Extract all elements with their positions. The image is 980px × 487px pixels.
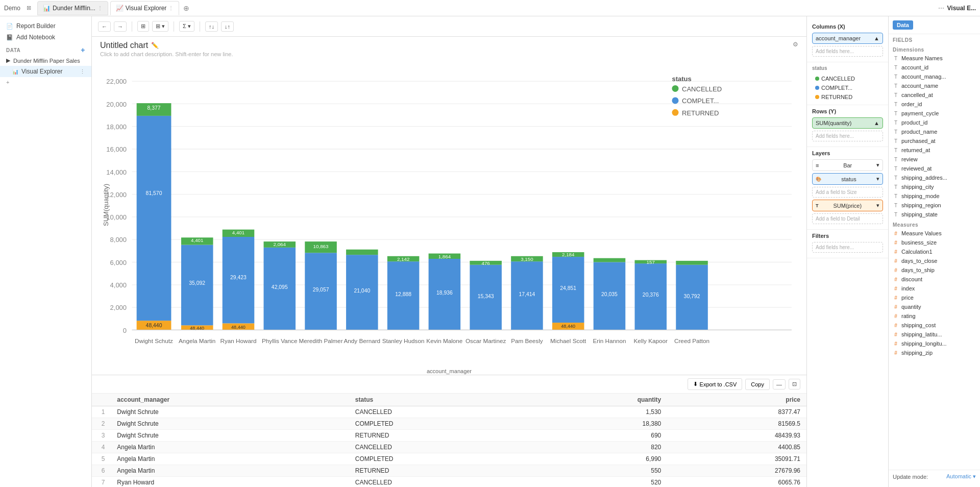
layer-text-field[interactable]: T SUM(price) ▾	[812, 200, 883, 211]
dimension-item[interactable]: Tshipping_city	[889, 182, 980, 191]
measure-item[interactable]: #quantity	[889, 302, 980, 311]
new-tab-btn[interactable]: ⊕	[183, 4, 189, 12]
measure-item[interactable]: #shipping_latitu...	[889, 330, 980, 339]
layer-field[interactable]: 🎨 status ▾	[812, 173, 883, 185]
svg-text:2,064: 2,064	[274, 241, 286, 247]
share-icon[interactable]: ⋯	[938, 5, 944, 12]
measure-item[interactable]: #days_to_ship	[889, 265, 980, 275]
dimension-item[interactable]: Tshipping_state	[889, 210, 980, 219]
dataset-icon: ▶	[6, 57, 10, 64]
layers-section: Layers ≡ Bar ▾ 🎨 status ▾ Add a field to…	[807, 147, 888, 230]
view-btn-2[interactable]: ⊞ ▾	[152, 21, 168, 32]
filter-placeholder[interactable]: Add fields here...	[812, 242, 883, 253]
svg-text:48,440: 48,440	[146, 323, 162, 328]
app-title: Demo	[4, 5, 20, 12]
sidebar-item-add-notebook[interactable]: 📓 Add Notebook	[0, 32, 91, 43]
table-expand-btn[interactable]: ⊡	[789, 379, 800, 389]
chart-container: Untitled chart ✏️ Click to add chart des…	[92, 37, 806, 487]
fields-tab-data[interactable]: Data	[893, 20, 913, 30]
sidebar-item-visual-explorer[interactable]: 📊 Visual Explorer ⋮	[0, 66, 91, 77]
tab-visual[interactable]: 📈 Visual Explorer ⋮	[110, 1, 179, 15]
export-csv-btn[interactable]: ⬇ Export to .CSV	[688, 378, 743, 390]
dimension-item[interactable]: TMeasure Names	[889, 54, 980, 63]
status-cancelled: CANCELLED	[812, 74, 883, 83]
window-controls[interactable]: ⊠	[27, 5, 31, 11]
rows-field-arrow: ▲	[874, 120, 879, 126]
columns-placeholder[interactable]: Add fields here...	[812, 46, 883, 57]
svg-text:3,150: 3,150	[521, 256, 533, 262]
tab-dunder[interactable]: 📊 Dunder Mifflin... ⋮	[37, 1, 108, 15]
svg-rect-105	[672, 109, 678, 116]
dimension-item[interactable]: Tshipping_addres...	[889, 173, 980, 182]
dimension-item[interactable]: Treview	[889, 155, 980, 164]
table-scroll[interactable]: account_manager status quantity price 1 …	[92, 394, 806, 487]
measure-item[interactable]: #price	[889, 293, 980, 302]
svg-text:4,401: 4,401	[232, 230, 244, 235]
chart-settings-btn[interactable]: ⚙	[793, 41, 798, 48]
sidebar-item-report-builder[interactable]: 📄 Report Builder	[0, 20, 91, 32]
dimension-item[interactable]: Tshipping_mode	[889, 191, 980, 201]
toolbar: ← → ⊞ ⊞ ▾ Σ ▾ ↑↓ ↓↑	[92, 16, 806, 37]
dimension-item[interactable]: Tpurchased_at	[889, 136, 980, 145]
rows-placeholder[interactable]: Add fields here...	[812, 131, 883, 141]
dimension-item[interactable]: Treturned_at	[889, 145, 980, 155]
row-status: CANCELLED	[349, 442, 534, 453]
rows-field[interactable]: SUM(quantity) ▲	[812, 117, 883, 129]
size-placeholder[interactable]: Add a field to Size	[812, 187, 883, 198]
dimension-item[interactable]: Tproduct_id	[889, 118, 980, 127]
dimension-item[interactable]: Taccount_manag...	[889, 72, 980, 81]
visual-explorer-more-icon[interactable]: ⋮	[80, 68, 85, 75]
chart-description[interactable]: Click to add chart description. Shift-en…	[100, 51, 233, 57]
dimension-item[interactable]: Tpayment_cycle	[889, 109, 980, 118]
measure-name: rating	[901, 313, 916, 319]
measure-item[interactable]: #rating	[889, 311, 980, 321]
update-mode-value[interactable]: Automatic ▾	[946, 473, 976, 480]
col-price: price	[667, 394, 806, 406]
row-manager: Angela Martin	[111, 465, 349, 477]
view-btn-1[interactable]: ⊞	[137, 21, 149, 32]
table-view-btn[interactable]: —	[773, 379, 786, 389]
row-price: 8377.47	[667, 406, 806, 418]
measure-item[interactable]: #shipping_zip	[889, 348, 980, 357]
measure-item[interactable]: #shipping_cost	[889, 321, 980, 330]
sidebar-add-icon[interactable]: +	[81, 46, 85, 54]
columns-section: Columns (X) account_manager ▲ Add fields…	[807, 20, 888, 62]
dimension-item[interactable]: Taccount_id	[889, 63, 980, 72]
tab-visual-more[interactable]: ⋮	[168, 5, 174, 11]
dimension-item[interactable]: Tcancelled_at	[889, 90, 980, 100]
back-btn[interactable]: ←	[98, 21, 111, 32]
field-name: product_name	[901, 129, 937, 135]
measure-item[interactable]: #index	[889, 284, 980, 293]
measure-name: shipping_latitu...	[901, 331, 942, 337]
field-name: shipping_mode	[901, 193, 940, 199]
measure-name: days_to_ship	[901, 267, 935, 273]
measure-item[interactable]: #business_size	[889, 238, 980, 247]
sidebar-item-dataset[interactable]: ▶ Dunder Mifflin Paper Sales	[0, 55, 91, 66]
sort-asc-btn[interactable]: ↑↓	[205, 21, 218, 32]
edit-title-icon[interactable]: ✏️	[151, 42, 159, 49]
measure-item[interactable]: #Measure Values	[889, 229, 980, 238]
measure-item[interactable]: #Calculation1	[889, 247, 980, 256]
svg-text:81,570: 81,570	[146, 190, 162, 196]
field-name: shipping_state	[901, 211, 938, 217]
dimension-item[interactable]: Treviewed_at	[889, 164, 980, 173]
sort-desc-btn[interactable]: ↓↑	[221, 21, 234, 32]
svg-text:4,401: 4,401	[191, 237, 203, 243]
sidebar-add-item[interactable]: +	[0, 77, 91, 87]
visual-explorer-sidebar-icon: 📊	[12, 69, 18, 75]
dimension-item[interactable]: Tshipping_region	[889, 201, 980, 210]
sum-btn[interactable]: Σ ▾	[179, 21, 194, 32]
dimension-item[interactable]: Tproduct_name	[889, 127, 980, 136]
tab-visual-label: Visual Explorer	[126, 5, 166, 12]
forward-btn[interactable]: →	[114, 21, 127, 32]
measure-item[interactable]: #shipping_longitu...	[889, 339, 980, 348]
tab-dunder-more[interactable]: ⋮	[97, 5, 103, 11]
measure-item[interactable]: #days_to_close	[889, 256, 980, 265]
dimension-item[interactable]: Taccount_name	[889, 81, 980, 90]
columns-field[interactable]: account_manager ▲	[812, 33, 883, 44]
detail-placeholder[interactable]: Add a field to Detail	[812, 213, 883, 224]
layer-type-dropdown[interactable]: ≡ Bar ▾	[812, 159, 883, 171]
measure-item[interactable]: #discount	[889, 275, 980, 284]
copy-btn[interactable]: Copy	[745, 379, 770, 390]
dimension-item[interactable]: Torder_id	[889, 100, 980, 109]
